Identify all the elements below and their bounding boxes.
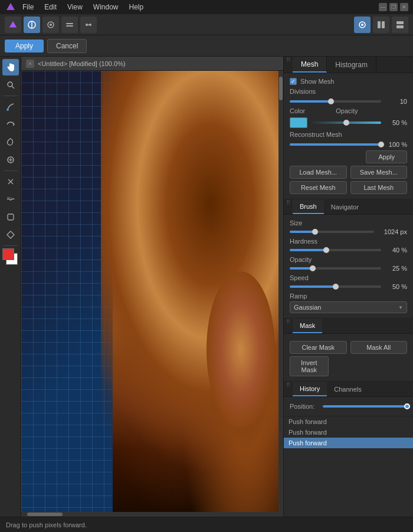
hardness-slider[interactable] (290, 249, 381, 251)
size-thumb[interactable] (312, 229, 318, 235)
opacity-label: Opacity (336, 107, 358, 114)
menu-view[interactable]: View (63, 2, 87, 12)
hardness-value: 40 % (385, 247, 407, 254)
apply-button[interactable]: Apply (5, 40, 44, 52)
apply-bar: Apply Cancel (0, 35, 413, 57)
tab-history[interactable]: History (293, 382, 327, 396)
tab-channels[interactable]: Channels (327, 382, 368, 396)
tab-navigator[interactable]: Navigator (324, 199, 366, 214)
window-controls: — ❐ ✕ (379, 3, 408, 11)
speed-slider[interactable] (290, 285, 381, 288)
tab-brush[interactable]: Brush (293, 199, 324, 214)
save-mesh-button[interactable]: Save Mesh... (350, 166, 408, 179)
canvas-area: × <Untitled> [Modified] (100.0%) (21, 57, 283, 517)
main-toolbar (0, 14, 413, 35)
position-section: Position: (284, 397, 413, 416)
mesh-histogram-tabs: ⠿ Mesh Histogram (284, 57, 413, 73)
brush-panel-drag: ⠿ (284, 199, 293, 214)
tab-mesh[interactable]: Mesh (293, 57, 327, 73)
invert-mask-button[interactable]: Invert Mask (290, 356, 329, 376)
color-swatch[interactable] (290, 117, 307, 128)
reconstruct-slider[interactable] (290, 143, 381, 146)
canvas-close-button[interactable]: × (26, 60, 34, 68)
position-slider[interactable] (323, 405, 407, 408)
svg-marker-1 (9, 21, 17, 27)
menu-edit[interactable]: Edit (40, 2, 61, 12)
opacity-thumb[interactable] (343, 120, 349, 126)
tool-turbulence[interactable] (2, 191, 19, 208)
hardness-thumb[interactable] (323, 247, 329, 253)
svg-rect-7 (66, 25, 73, 27)
invert-mask-row: Invert Mask (290, 356, 407, 376)
mesh-apply-button[interactable]: Apply (366, 150, 407, 163)
app-logo (5, 1, 17, 13)
tool-bloat[interactable] (2, 152, 19, 168)
brush-opacity-slider[interactable] (290, 267, 381, 270)
scrollbar-horizontal[interactable] (21, 512, 278, 517)
tool-hand[interactable] (2, 59, 19, 75)
history-item-2[interactable]: Push forward (284, 427, 413, 438)
size-label: Size (290, 219, 407, 226)
divisions-value: 10 (385, 98, 407, 105)
speed-value: 50 % (385, 283, 407, 290)
size-slider[interactable] (290, 231, 374, 233)
persona-icon-2[interactable] (42, 17, 59, 33)
color-preview[interactable] (2, 248, 19, 265)
minimize-button[interactable]: — (379, 3, 387, 11)
scrollbar-thumb-h[interactable] (27, 513, 63, 516)
brush-opacity-thumb[interactable] (310, 265, 316, 271)
tab-histogram[interactable]: Histogram (327, 57, 376, 73)
reconstruct-thumb[interactable] (378, 142, 384, 147)
divisions-thumb[interactable] (328, 98, 334, 104)
persona-icon-3[interactable] (61, 17, 78, 33)
tool-zoom[interactable] (2, 77, 19, 93)
mask-all-button[interactable]: Mask All (350, 341, 408, 354)
menu-file[interactable]: File (18, 2, 38, 12)
canvas-wrapper[interactable] (21, 71, 283, 517)
affinity-menu-icon[interactable] (5, 17, 21, 33)
menu-help[interactable]: Help (124, 2, 149, 12)
load-save-row: Load Mesh... Save Mesh... (290, 166, 407, 179)
brush-section: Size 1024 px Hardness 40 % Opacity (284, 215, 413, 318)
opacity-slider[interactable] (311, 121, 381, 124)
reset-last-row: Reset Mesh Last Mesh (290, 181, 407, 194)
tool-twirl[interactable] (2, 134, 19, 150)
view-icon-1[interactable] (354, 17, 371, 33)
apply-button-row: Apply (290, 150, 407, 163)
view-icon-3[interactable] (392, 17, 408, 33)
reset-mesh-button[interactable]: Reset Mesh (290, 181, 347, 194)
view-icon-2[interactable] (373, 17, 389, 33)
size-slider-row: 1024 px (290, 228, 407, 235)
reconstruct-label: Reconstruct Mesh (290, 131, 342, 138)
history-item-3[interactable]: Push forward (284, 438, 413, 448)
tool-reconstruct[interactable] (2, 116, 19, 133)
divisions-slider[interactable] (290, 100, 381, 103)
status-bar: Drag to push pixels forward. (0, 517, 413, 532)
close-button[interactable]: ✕ (400, 3, 408, 11)
show-mesh-checkbox[interactable]: ✓ (290, 78, 297, 85)
svg-point-9 (89, 24, 91, 26)
position-thumb[interactable] (404, 403, 410, 409)
speed-thumb[interactable] (333, 284, 339, 290)
cancel-button[interactable]: Cancel (47, 39, 87, 53)
tool-thaw[interactable] (2, 226, 19, 243)
ramp-dropdown[interactable]: Gaussian ▼ (290, 301, 407, 313)
mask-header-label: Mask (293, 318, 322, 333)
divisions-fill (290, 100, 331, 103)
persona-icon-4[interactable] (80, 17, 97, 33)
maximize-button[interactable]: ❐ (389, 3, 398, 11)
scrollbar-vertical[interactable] (278, 71, 283, 517)
scrollbar-thumb-v[interactable] (279, 77, 283, 100)
load-mesh-button[interactable]: Load Mesh... (290, 166, 347, 179)
tool-pinch[interactable] (2, 173, 19, 190)
last-mesh-button[interactable]: Last Mesh (350, 181, 408, 194)
menu-window[interactable]: Window (88, 2, 123, 12)
tool-warp[interactable] (2, 98, 19, 115)
reconstruct-label-row: Reconstruct Mesh (290, 131, 407, 138)
speed-slider-row: 50 % (290, 283, 407, 290)
clear-mask-button[interactable]: Clear Mask (290, 341, 347, 354)
history-item-1[interactable]: Push forward (284, 416, 413, 427)
persona-icon-1[interactable] (24, 17, 40, 33)
canvas-image (21, 71, 283, 517)
tool-freeze[interactable] (2, 209, 19, 225)
